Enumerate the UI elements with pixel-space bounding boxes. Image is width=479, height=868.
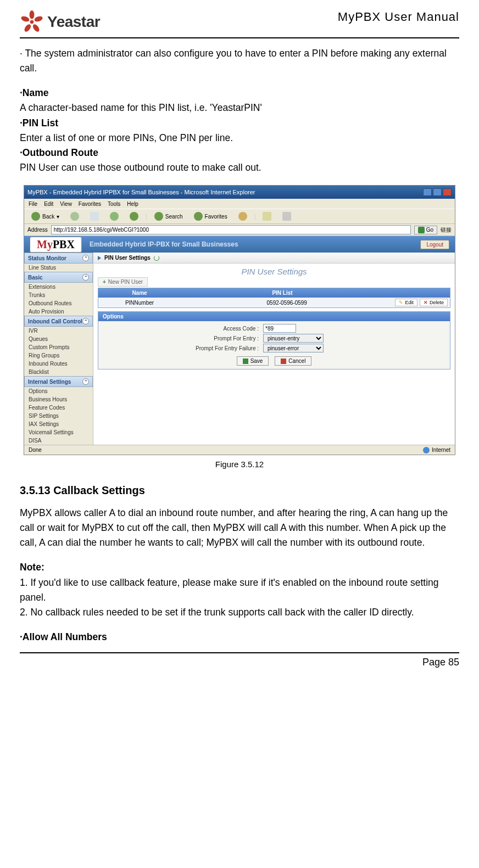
- menu-favorites[interactable]: Favorites: [79, 201, 101, 207]
- sidebar-head-internal[interactable]: Internal Settings⌃: [24, 376, 93, 387]
- table-row: PINNumber 0592-0596-0599 ✎Edit ✕Delete: [98, 298, 450, 307]
- stop-button[interactable]: [86, 210, 103, 222]
- forward-button[interactable]: [66, 210, 83, 222]
- logout-button[interactable]: Logout: [420, 240, 449, 249]
- sidebar-item-blacklist[interactable]: Blacklist: [24, 368, 93, 376]
- table-header: Name PIN List: [98, 288, 450, 298]
- field-name-desc: A character-based name for this PIN list…: [20, 100, 459, 115]
- sidebar-item-sip-settings[interactable]: SIP Settings: [24, 412, 93, 420]
- sidebar-item-trunks[interactable]: Trunks: [24, 291, 93, 299]
- intro-bullet: · The system administrator can also conf…: [20, 46, 459, 76]
- cancel-button[interactable]: Cancel: [275, 356, 311, 366]
- field-outbound-label: ·Outbound Route: [20, 145, 459, 160]
- sidebar-item-custom-prompts[interactable]: Custom Prompts: [24, 343, 93, 351]
- page-header: Yeastar MyPBX User Manual: [20, 10, 459, 38]
- check-icon: [243, 359, 248, 364]
- field-pinlist-desc: Enter a list of one or more PINs, One PI…: [20, 131, 459, 145]
- field-outbound-desc: PIN User can use those outbound route to…: [20, 160, 459, 175]
- embedded-screenshot: MyPBX - Embedded Hybrid IPPBX for Small …: [24, 185, 455, 455]
- pin-table: Name PIN List PINNumber 0592-0596-0599 ✎…: [98, 288, 450, 308]
- sidebar-item-voicemail-settings[interactable]: Voicemail Settings: [24, 428, 93, 436]
- chevron-icon: ⌃: [82, 378, 89, 385]
- svg-point-1: [30, 10, 35, 19]
- refresh-button[interactable]: [106, 210, 122, 222]
- field-pinlist-label: ·PIN List: [20, 116, 459, 131]
- save-button[interactable]: Save: [237, 356, 269, 366]
- mail-button[interactable]: [259, 210, 275, 222]
- breadcrumb-text: PIN User Settings: [104, 255, 151, 261]
- col-name: Name: [98, 288, 181, 298]
- edit-button[interactable]: ✎Edit: [395, 299, 417, 306]
- star-icon: [20, 10, 44, 34]
- prompt-fail-select[interactable]: pinuser-error: [263, 344, 324, 352]
- sidebar-head-basic[interactable]: Basic⌃: [24, 272, 93, 283]
- window-titlebar: MyPBX - Embedded Hybrid IPPBX for Small …: [24, 186, 455, 199]
- maximize-icon[interactable]: [433, 188, 442, 196]
- app-header: MyPBX Embedded Hybrid IP-PBX for Small B…: [24, 236, 455, 253]
- page-number: Page 85: [422, 657, 459, 668]
- go-button[interactable]: Go: [414, 226, 437, 234]
- access-code-label: Access Code :: [98, 326, 263, 332]
- minimize-icon[interactable]: [423, 188, 432, 196]
- sidebar-head-inbound[interactable]: Inbound Call Control⌃: [24, 316, 93, 327]
- app-logo: MyPBX: [30, 237, 82, 253]
- sidebar-item-extensions[interactable]: Extensions: [24, 283, 93, 291]
- manual-title: MyPBX User Manual: [338, 10, 459, 24]
- field-name-label: ·Name: [20, 86, 459, 100]
- address-label: Address: [27, 227, 48, 233]
- address-bar: Address Go 链接: [24, 224, 455, 236]
- address-input[interactable]: [51, 225, 411, 234]
- sidebar-item-ring-groups[interactable]: Ring Groups: [24, 351, 93, 360]
- search-button[interactable]: Search: [151, 210, 187, 222]
- section-3513-para: MyPBX allows caller A to dial an inbound…: [20, 506, 459, 550]
- sidebar-item-options[interactable]: Options: [24, 387, 93, 395]
- sidebar-item-disa[interactable]: DISA: [24, 436, 93, 445]
- access-code-input[interactable]: [263, 324, 296, 333]
- sidebar-item-iax-settings[interactable]: IAX Settings: [24, 420, 93, 428]
- sidebar-item-outbound-routes[interactable]: Outbound Routes: [24, 299, 93, 307]
- print-button[interactable]: [279, 210, 295, 222]
- history-button[interactable]: [235, 210, 251, 222]
- print-icon: [282, 212, 291, 221]
- menu-file[interactable]: File: [29, 201, 37, 207]
- sidebar-item-auto-provision[interactable]: Auto Provision: [24, 307, 93, 316]
- sidebar-item-queues[interactable]: Queues: [24, 335, 93, 343]
- home-icon: [130, 212, 138, 221]
- menu-help[interactable]: Help: [127, 201, 138, 207]
- home-button[interactable]: [126, 210, 142, 222]
- delete-button[interactable]: ✕Delete: [420, 299, 448, 306]
- cell-pinlist: 0592-0596-0599: [181, 298, 393, 307]
- col-pinlist: PIN List: [181, 288, 384, 298]
- svg-point-2: [34, 15, 43, 23]
- go-icon: [418, 227, 425, 233]
- prompt-fail-label: Prompt For Entry Failure :: [98, 345, 263, 351]
- browser-statusbar: Done Internet: [24, 445, 455, 455]
- status-internet: Internet: [432, 447, 450, 453]
- mail-icon: [263, 212, 271, 221]
- options-panel: Options Access Code : Prompt For Entry :…: [98, 311, 450, 369]
- brand-logo: Yeastar: [20, 10, 100, 34]
- links-label[interactable]: 链接: [441, 226, 452, 234]
- chevron-icon: ⌃: [82, 318, 89, 324]
- sidebar-item-line-status[interactable]: Line Status: [24, 264, 93, 272]
- prompt-entry-select[interactable]: pinuser-entry: [263, 334, 324, 343]
- svg-point-0: [30, 20, 34, 24]
- back-button[interactable]: Back ▾: [27, 210, 63, 222]
- sidebar-item-business-hours[interactable]: Business Hours: [24, 395, 93, 404]
- new-pin-user-button[interactable]: +New PIN User: [98, 277, 148, 287]
- menu-tools[interactable]: Tools: [108, 201, 120, 207]
- brand-name: Yeastar: [47, 13, 100, 31]
- globe-icon: [423, 447, 430, 453]
- sidebar-item-ivr[interactable]: IVR: [24, 327, 93, 335]
- menu-edit[interactable]: Edit: [44, 201, 53, 207]
- close-icon[interactable]: [443, 188, 452, 196]
- refresh-icon[interactable]: [154, 255, 159, 261]
- star-icon: [194, 212, 203, 221]
- content-pane: PIN User Settings PIN User Settings +New…: [93, 253, 455, 445]
- sidebar-item-inbound-routes[interactable]: Inbound Routes: [24, 360, 93, 368]
- sidebar-item-feature-codes[interactable]: Feature Codes: [24, 404, 93, 412]
- favorites-button[interactable]: Favorites: [190, 210, 231, 222]
- svg-point-4: [23, 23, 32, 33]
- menu-view[interactable]: View: [60, 201, 72, 207]
- sidebar-head-status[interactable]: Status Monitor⌃: [24, 253, 93, 264]
